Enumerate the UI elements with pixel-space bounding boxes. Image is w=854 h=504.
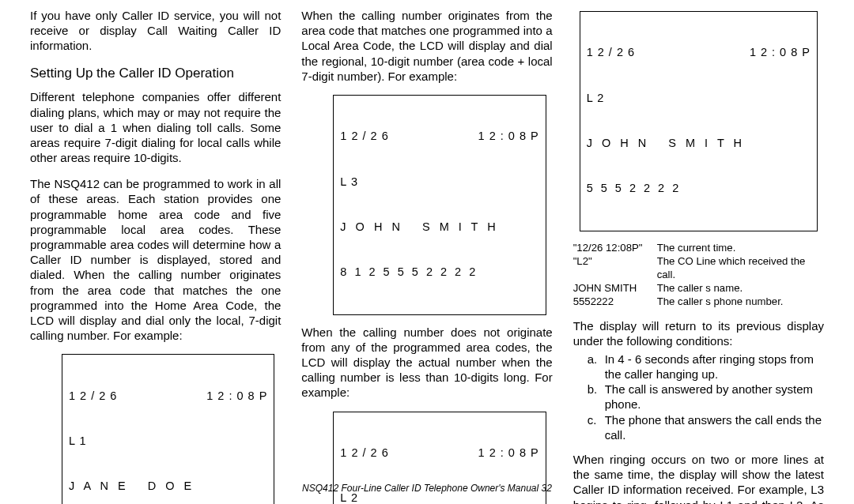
lcd-line: L 2 xyxy=(587,91,811,106)
legend-table: "12/26 12:08P" The current time. "L2" Th… xyxy=(573,241,824,309)
legend-key: 5552222 xyxy=(573,295,652,308)
lcd-date: 1 2 / 2 6 xyxy=(340,129,388,144)
column-3: 1 2 / 2 6 1 2 : 0 8 P L 2 J O H N S M I … xyxy=(573,8,824,504)
body-text: The NSQ412 can be programmed to work in … xyxy=(30,176,281,343)
lcd-caller-name: J O H N S M I T H xyxy=(340,220,538,235)
list-item: a. In 4 - 6 seconds after ringing stops … xyxy=(588,352,824,382)
lcd-date: 1 2 / 2 6 xyxy=(340,446,388,461)
body-text: When the calling number originates from … xyxy=(301,8,552,84)
list-item: b. The call is answered by another syste… xyxy=(588,382,824,412)
lcd-date: 1 2 / 2 6 xyxy=(587,45,635,60)
list-marker: c. xyxy=(588,412,605,442)
legend-value: The caller s phone number. xyxy=(657,295,824,308)
page-footer: NSQ412 Four-Line Caller ID Telephone Own… xyxy=(0,483,854,495)
conditions-list: a. In 4 - 6 seconds after ringing stops … xyxy=(573,352,824,442)
list-text: The call is answered by another system p… xyxy=(605,382,824,412)
body-text: The display will return to its previous … xyxy=(573,318,824,348)
list-text: In 4 - 6 seconds after ringing stops fro… xyxy=(605,352,824,382)
list-marker: a. xyxy=(588,352,605,382)
lcd-caller-number: 5 5 5 2 2 2 2 xyxy=(587,181,811,196)
lcd-time: 1 2 : 0 8 P xyxy=(478,129,539,144)
lcd-line: L 3 xyxy=(340,175,538,190)
legend-key: JOHN SMITH xyxy=(573,281,652,295)
legend-key: "L2" xyxy=(573,254,652,281)
lcd-example: 1 2 / 2 6 1 2 : 0 8 P L 2 J O H N S M I … xyxy=(580,11,818,231)
lcd-caller-number: 8 1 2 5 5 5 2 2 2 2 xyxy=(340,265,538,280)
lcd-time: 1 2 : 0 8 P xyxy=(206,389,267,404)
column-layout: If you have only Caller ID service, you … xyxy=(30,8,824,504)
list-item: c. The phone that answers the call ends … xyxy=(588,412,824,442)
legend-value: The current time. xyxy=(657,241,824,254)
lcd-time: 1 2 : 0 8 P xyxy=(750,45,811,60)
body-text: Different telephone companies offer diff… xyxy=(30,89,281,165)
lcd-caller-name: J O H N S M I T H xyxy=(587,136,811,151)
legend-value: The caller s name. xyxy=(657,281,824,295)
section-heading: Setting Up the Caller ID Operation xyxy=(30,65,281,82)
lcd-example: 1 2 / 2 6 1 2 : 0 8 P L 1 J A N E D O E … xyxy=(62,354,274,504)
lcd-date: 1 2 / 2 6 xyxy=(69,389,117,404)
body-text: When ringing occurs on two or more lines… xyxy=(573,452,824,504)
column-2: When the calling number originates from … xyxy=(301,8,552,504)
manual-page: If you have only Caller ID service, you … xyxy=(0,0,854,504)
legend-value: The CO Line which received the call. xyxy=(657,254,824,281)
list-marker: b. xyxy=(588,382,605,412)
lcd-time: 1 2 : 0 8 P xyxy=(478,446,539,461)
body-text: If you have only Caller ID service, you … xyxy=(30,8,281,54)
legend-key: "12/26 12:08P" xyxy=(573,241,652,254)
list-text: The phone that answers the call ends the… xyxy=(605,412,824,442)
body-text: When the calling number does not origina… xyxy=(301,325,552,401)
column-1: If you have only Caller ID service, you … xyxy=(30,8,281,504)
lcd-line: L 1 xyxy=(69,434,267,449)
lcd-example: 1 2 / 2 6 1 2 : 0 8 P L 3 J O H N S M I … xyxy=(333,95,546,315)
